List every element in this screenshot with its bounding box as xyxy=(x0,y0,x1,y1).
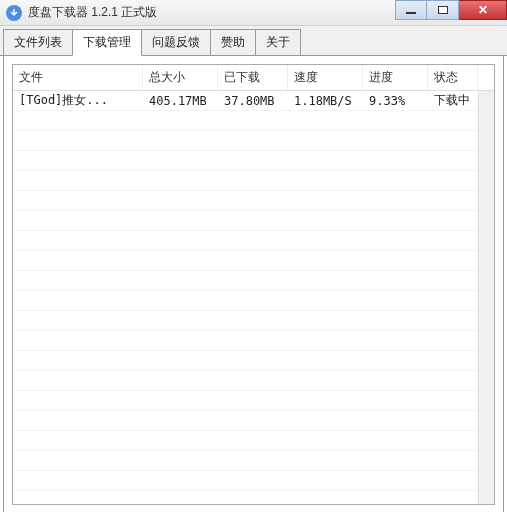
col-header-file[interactable]: 文件 xyxy=(13,65,143,90)
tab-bar: 文件列表 下载管理 问题反馈 赞助 关于 xyxy=(0,26,507,56)
cell-downloaded: 37.80MB xyxy=(218,92,288,110)
tab-feedback[interactable]: 问题反馈 xyxy=(141,29,211,55)
table-header: 文件 总大小 已下载 速度 进度 状态 xyxy=(13,65,494,91)
tab-donate[interactable]: 赞助 xyxy=(210,29,256,55)
window-title: 度盘下载器 1.2.1 正式版 xyxy=(28,4,157,21)
content-panel: 文件 总大小 已下载 速度 进度 状态 [TGod]推女... 405.17MB… xyxy=(3,56,504,512)
col-header-downloaded[interactable]: 已下载 xyxy=(218,65,288,90)
cell-speed: 1.18MB/S xyxy=(288,92,363,110)
maximize-button[interactable] xyxy=(427,0,459,20)
col-header-speed[interactable]: 速度 xyxy=(288,65,363,90)
col-header-size[interactable]: 总大小 xyxy=(143,65,218,90)
tab-file-list[interactable]: 文件列表 xyxy=(3,29,73,55)
tab-download-manager[interactable]: 下载管理 xyxy=(72,29,142,56)
tab-about[interactable]: 关于 xyxy=(255,29,301,55)
vertical-scrollbar[interactable] xyxy=(478,91,494,504)
app-icon xyxy=(6,5,22,21)
cell-size: 405.17MB xyxy=(143,92,218,110)
table-row[interactable]: [TGod]推女... 405.17MB 37.80MB 1.18MB/S 9.… xyxy=(13,91,494,111)
col-header-status[interactable]: 状态 xyxy=(428,65,478,90)
grid-lines xyxy=(13,111,494,504)
download-table-frame: 文件 总大小 已下载 速度 进度 状态 [TGod]推女... 405.17MB… xyxy=(12,64,495,505)
col-header-progress[interactable]: 进度 xyxy=(363,65,428,90)
table-body: [TGod]推女... 405.17MB 37.80MB 1.18MB/S 9.… xyxy=(13,91,494,504)
close-button[interactable]: ✕ xyxy=(459,0,507,20)
cell-progress: 9.33% xyxy=(363,92,428,110)
window-controls: ✕ xyxy=(395,0,507,20)
cell-status: 下载中 xyxy=(428,91,478,111)
titlebar[interactable]: 度盘下载器 1.2.1 正式版 ✕ xyxy=(0,0,507,26)
minimize-button[interactable] xyxy=(395,0,427,20)
cell-file: [TGod]推女... xyxy=(13,91,143,111)
